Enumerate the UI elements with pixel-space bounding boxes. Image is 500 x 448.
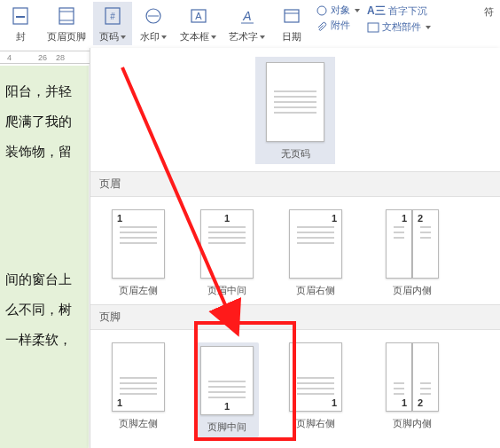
header-footer-icon	[54, 4, 79, 28]
date-label: 日期	[282, 30, 301, 43]
wordart-button[interactable]: A 艺术字	[223, 2, 270, 45]
date-icon	[279, 4, 304, 28]
page-number-dropdown: 无页码 页眉 1 页眉左侧 1 页眉中间 1 页眉右侧 1 2 页眉内侧 页脚 …	[90, 48, 500, 448]
symbol-label: 符	[484, 5, 494, 19]
header-footer-button[interactable]: 页眉页脚	[42, 2, 91, 45]
symbol-button[interactable]: 符	[479, 2, 499, 20]
chevron-down-icon	[121, 35, 126, 39]
page-number-icon: #	[100, 4, 125, 28]
wordart-label: 艺术字	[229, 30, 265, 43]
section-header-footer: 页脚	[90, 304, 500, 330]
chevron-down-icon	[211, 35, 216, 39]
page-number-label: 页码	[99, 30, 126, 43]
page-number-button[interactable]: # 页码	[93, 2, 132, 45]
section-header-header: 页眉	[90, 171, 500, 197]
watermark-icon	[141, 4, 166, 28]
attachment-button[interactable]: 附件	[312, 19, 363, 32]
footer-options-grid: 1 页脚左侧 1 页脚中间 1 页脚右侧 1 2 页脚内侧	[90, 330, 500, 444]
svg-point-15	[317, 6, 326, 15]
option-header-inside[interactable]: 1 2 页眉内侧	[372, 209, 452, 297]
watermark-label: 水印	[140, 30, 167, 43]
option-header-center[interactable]: 1 页眉中间	[195, 209, 259, 297]
option-footer-center[interactable]: 1 页脚中间	[195, 342, 259, 437]
option-footer-right[interactable]: 1 页脚右侧	[284, 342, 348, 430]
chevron-down-icon	[355, 9, 360, 12]
docparts-button[interactable]: 文档部件	[363, 20, 434, 34]
chevron-down-icon	[260, 35, 265, 39]
object-button[interactable]: 对象	[312, 4, 363, 17]
svg-text:#: #	[110, 12, 115, 21]
cover-label: 封	[16, 30, 26, 43]
chevron-down-icon	[161, 35, 167, 39]
option-footer-inside[interactable]: 1 2 页脚内侧	[372, 342, 452, 430]
textbox-label: 文本框	[180, 30, 216, 43]
ribbon-toolbar: 封 页眉页脚 # 页码 水印 A 文本框 A 艺术字 日期 对象 附件 A三首字…	[0, 0, 500, 51]
toolbar-stack-1: 对象 附件	[312, 2, 363, 32]
toolbar-stack-2: A三首字下沉 文档部件	[363, 2, 434, 34]
svg-rect-1	[16, 16, 25, 18]
svg-rect-16	[368, 23, 379, 32]
svg-rect-13	[285, 10, 299, 22]
chevron-down-icon	[426, 26, 431, 29]
svg-rect-2	[59, 8, 74, 24]
header-footer-label: 页眉页脚	[47, 30, 86, 43]
header-options-grid: 1 页眉左侧 1 页眉中间 1 页眉右侧 1 2 页眉内侧	[90, 197, 500, 304]
watermark-button[interactable]: 水印	[134, 2, 173, 45]
option-no-page-number[interactable]: 无页码	[255, 57, 335, 164]
wordart-icon: A	[235, 4, 260, 28]
svg-text:A: A	[195, 11, 202, 21]
cover-icon	[8, 4, 33, 28]
textbox-button[interactable]: A 文本框	[175, 2, 222, 45]
svg-text:A: A	[242, 9, 251, 23]
option-header-left[interactable]: 1 页眉左侧	[106, 209, 170, 297]
dropcap-button[interactable]: A三首字下沉	[363, 4, 434, 19]
option-header-right[interactable]: 1 页眉右侧	[284, 209, 348, 297]
option-footer-left[interactable]: 1 页脚左侧	[106, 342, 170, 430]
cover-button[interactable]: 封	[1, 2, 40, 45]
date-button[interactable]: 日期	[272, 2, 311, 45]
textbox-icon: A	[186, 4, 211, 28]
document-area: 阳台，并轻 爬满了我的 装饰物，留 间的窗台上 么不同，树 一样柔软，	[0, 66, 89, 448]
